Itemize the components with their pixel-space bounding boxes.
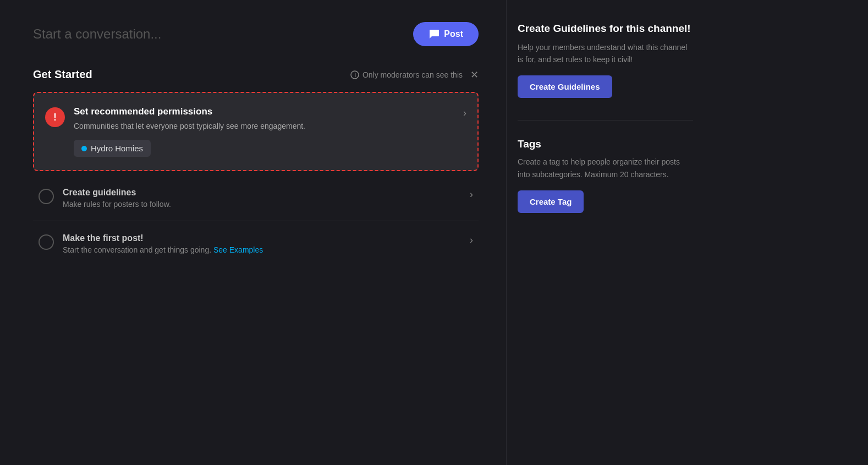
chevron-right-icon: › — [463, 107, 466, 119]
checklist-post-title: Make the first post! — [63, 233, 461, 243]
tags-section-title: Tags — [518, 138, 693, 150]
create-guidelines-button[interactable]: Create Guidelines — [518, 75, 612, 98]
checklist-post-text: Make the first post! Start the conversat… — [63, 233, 461, 254]
get-started-title: Get Started — [33, 68, 92, 81]
moderators-notice-text: Only moderators can see this — [362, 70, 463, 79]
tag-pill[interactable]: Hydro Homies — [74, 140, 151, 157]
checklist-guidelines-title: Create guidelines — [63, 188, 461, 198]
permissions-card-content: ! Set recommended permissions Communitie… — [45, 106, 463, 157]
post-button[interactable]: Post — [413, 22, 479, 46]
checklist-guidelines-text: Create guidelines Make rules for posters… — [63, 188, 461, 209]
left-panel: Start a conversation... Post Get Started… — [0, 0, 506, 465]
create-tag-button[interactable]: Create Tag — [518, 190, 584, 213]
tag-dot — [81, 146, 87, 151]
permissions-card-inner: ! Set recommended permissions Communitie… — [45, 106, 466, 157]
permissions-card[interactable]: ! Set recommended permissions Communitie… — [33, 92, 479, 171]
checklist-guidelines-desc: Make rules for posters to follow. — [63, 200, 461, 209]
chat-bubble-icon — [428, 29, 440, 40]
top-bar: Start a conversation... Post — [33, 22, 479, 46]
right-panel: Create Guidelines for this channel! Help… — [506, 0, 715, 465]
guidelines-section-desc: Help your members understand what this c… — [518, 41, 693, 66]
info-icon: i — [350, 70, 359, 79]
tag-pill-label: Hydro Homies — [91, 144, 143, 153]
guidelines-section: Create Guidelines for this channel! Help… — [518, 22, 693, 98]
page-wrapper: Start a conversation... Post Get Started… — [0, 0, 868, 465]
see-examples-link[interactable]: See Examples — [213, 245, 263, 254]
tags-section-desc: Create a tag to help people organize the… — [518, 156, 693, 180]
conversation-placeholder: Start a conversation... — [33, 26, 161, 42]
warning-icon: ! — [45, 107, 65, 127]
checklist-post-desc-text: Start the conversation and get things go… — [63, 245, 213, 254]
get-started-header: Get Started i Only moderators can see th… — [33, 68, 479, 81]
moderators-notice: i Only moderators can see this ✕ — [350, 69, 479, 81]
first-post-item[interactable]: Make the first post! Start the conversat… — [33, 221, 479, 266]
get-started-section: Get Started i Only moderators can see th… — [33, 68, 479, 266]
post-button-label: Post — [444, 29, 463, 39]
svg-text:i: i — [354, 73, 356, 78]
warning-icon-wrap: ! — [45, 107, 65, 127]
chevron-right-post: › — [470, 234, 473, 246]
circle-check-post — [39, 234, 54, 250]
checklist-post-desc: Start the conversation and get things go… — [63, 245, 461, 254]
chevron-right-guidelines: › — [470, 189, 473, 200]
circle-check-guidelines — [39, 189, 54, 204]
permissions-card-title: Set recommended permissions — [74, 106, 463, 117]
permissions-card-desc: Communities that let everyone post typic… — [74, 121, 463, 132]
tags-section: Tags Create a tag to help people organiz… — [518, 138, 693, 213]
card-text: Set recommended permissions Communities … — [74, 106, 463, 157]
create-guidelines-item[interactable]: Create guidelines Make rules for posters… — [33, 176, 479, 221]
guidelines-section-title: Create Guidelines for this channel! — [518, 22, 693, 36]
close-button[interactable]: ✕ — [466, 69, 479, 81]
divider — [518, 120, 693, 121]
